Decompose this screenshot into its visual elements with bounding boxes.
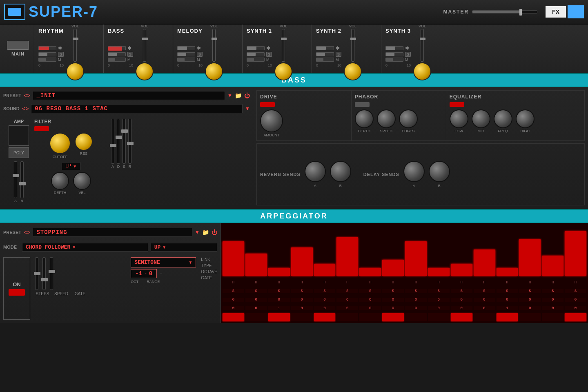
seq-gate-2[interactable] bbox=[268, 313, 290, 321]
seq-header-10[interactable]: H bbox=[451, 279, 472, 286]
seq-header-15[interactable]: H bbox=[565, 279, 586, 286]
drive-led[interactable] bbox=[260, 102, 275, 107]
seq-type-8[interactable]: S bbox=[405, 289, 427, 293]
seq-gate-0[interactable] bbox=[223, 313, 244, 321]
filter-mode-dropdown[interactable]: LP ▼ bbox=[62, 162, 80, 170]
seq-type-9[interactable]: S bbox=[428, 289, 450, 293]
seq-gate-13[interactable] bbox=[519, 313, 541, 321]
seq-header-14[interactable]: H bbox=[542, 279, 564, 286]
seq-gate-11[interactable] bbox=[474, 313, 495, 321]
seq-gate-8[interactable] bbox=[405, 313, 427, 321]
arp-power-btn[interactable]: ⏻ bbox=[212, 229, 217, 236]
seq-oct-1[interactable]: 0 bbox=[245, 298, 267, 302]
seq-gate-4[interactable] bbox=[314, 313, 336, 321]
seq-col-14[interactable] bbox=[542, 256, 564, 276]
chord-follower-dropdown[interactable]: CHORD FOLLOWER ▼ bbox=[22, 243, 148, 252]
seq-gate-5[interactable] bbox=[336, 313, 358, 321]
seq-octave-7[interactable]: 0 bbox=[382, 306, 404, 310]
seq-header-5[interactable]: H bbox=[336, 279, 358, 286]
seq-gate-14[interactable] bbox=[542, 313, 564, 321]
bass-vol-slider[interactable] bbox=[143, 29, 146, 62]
synth3-vol-slider[interactable] bbox=[421, 29, 424, 62]
seq-type-5[interactable]: S bbox=[336, 289, 358, 293]
seq-octave-0[interactable]: 0 bbox=[223, 306, 244, 310]
seq-oct-7[interactable]: 0 bbox=[382, 298, 404, 302]
seq-octave-6[interactable]: 0 bbox=[359, 306, 381, 310]
seq-oct-3[interactable]: 0 bbox=[291, 298, 313, 302]
seq-header-4[interactable]: H bbox=[314, 279, 336, 286]
direction-dropdown[interactable]: UP ▼ bbox=[151, 243, 217, 252]
rhythm-vol-knob[interactable] bbox=[66, 62, 84, 80]
seq-gate-9[interactable] bbox=[428, 313, 450, 321]
seq-header-6[interactable]: H bbox=[359, 279, 381, 286]
seq-type-11[interactable]: S bbox=[474, 289, 495, 293]
filter-depth-knob[interactable] bbox=[51, 172, 69, 190]
seq-header-13[interactable]: H bbox=[519, 279, 541, 286]
seq-octave-1[interactable]: 0 bbox=[245, 306, 267, 310]
seq-oct-8[interactable]: 0 bbox=[405, 298, 427, 302]
sound-dropdown-btn[interactable]: ▼ bbox=[245, 106, 250, 111]
phasor-led[interactable] bbox=[355, 102, 370, 107]
seq-gate-7[interactable] bbox=[382, 313, 404, 321]
arp-preset-dropdown-btn[interactable]: ▼ bbox=[195, 229, 200, 235]
seq-type-10[interactable]: S bbox=[451, 289, 472, 293]
seq-gate-10[interactable] bbox=[451, 313, 472, 321]
seq-octave-2[interactable]: 1 bbox=[268, 306, 290, 310]
synth2-vol-knob[interactable] bbox=[344, 62, 362, 80]
drive-amount-knob[interactable] bbox=[260, 109, 283, 132]
seq-header-12[interactable]: H bbox=[497, 279, 518, 286]
synth1-vol-slider[interactable] bbox=[282, 29, 285, 62]
seq-header-9[interactable]: H bbox=[428, 279, 450, 286]
seq-oct-10[interactable]: 0 bbox=[451, 298, 472, 302]
seq-type-13[interactable]: S bbox=[519, 289, 541, 293]
seq-type-15[interactable]: S bbox=[565, 289, 586, 293]
seq-header-11[interactable]: H bbox=[474, 279, 495, 286]
seq-type-1[interactable]: S bbox=[245, 289, 267, 293]
seq-oct-5[interactable]: 0 bbox=[336, 298, 358, 302]
seq-type-14[interactable]: S bbox=[542, 289, 564, 293]
seq-oct-4[interactable]: 0 bbox=[314, 298, 336, 302]
seq-header-7[interactable]: H bbox=[382, 279, 404, 286]
seq-octave-9[interactable]: 0 bbox=[428, 306, 450, 310]
eq-freq-knob[interactable] bbox=[494, 109, 512, 128]
synth3-vol-knob[interactable] bbox=[413, 62, 431, 80]
seq-oct-15[interactable]: 0 bbox=[565, 298, 586, 302]
seq-octave-14[interactable]: 0 bbox=[542, 306, 564, 310]
seq-oct-13[interactable]: 0 bbox=[519, 298, 541, 302]
seq-octave-8[interactable]: 0 bbox=[405, 306, 427, 310]
seq-col-13[interactable] bbox=[519, 239, 541, 276]
seq-type-3[interactable]: S bbox=[291, 289, 313, 293]
seq-type-2[interactable]: S bbox=[268, 289, 290, 293]
delay-b-knob[interactable] bbox=[429, 161, 450, 182]
eq-mid-knob[interactable] bbox=[472, 109, 490, 128]
poly-button[interactable]: POLY bbox=[9, 147, 29, 158]
seq-oct-0[interactable]: 0 bbox=[223, 298, 244, 302]
seq-gate-12[interactable] bbox=[497, 313, 518, 321]
seq-header-1[interactable]: H bbox=[245, 279, 267, 286]
rhythm-vol-slider[interactable] bbox=[74, 29, 77, 62]
sound-prev-btn[interactable]: <> bbox=[22, 105, 29, 112]
eq-low-knob[interactable] bbox=[450, 109, 468, 128]
seq-gate-6[interactable] bbox=[359, 313, 381, 321]
seq-octave-11[interactable]: 0 bbox=[474, 306, 495, 310]
arp-folder-btn[interactable]: 📁 bbox=[202, 229, 209, 236]
seq-col-7[interactable] bbox=[382, 260, 404, 276]
seq-col-2[interactable] bbox=[268, 268, 290, 276]
delay-a-knob[interactable] bbox=[403, 161, 425, 182]
main-button[interactable] bbox=[7, 41, 29, 50]
seq-oct-14[interactable]: 0 bbox=[542, 298, 564, 302]
seq-header-0[interactable]: H bbox=[223, 279, 244, 286]
seq-type-0[interactable]: S bbox=[223, 289, 244, 293]
cutoff-knob[interactable] bbox=[49, 133, 71, 154]
seq-col-10[interactable] bbox=[451, 264, 472, 276]
preset-power-btn[interactable]: ⏻ bbox=[244, 92, 250, 99]
seq-col-6[interactable] bbox=[359, 268, 381, 276]
fx-button[interactable]: FX bbox=[546, 6, 566, 18]
reverb-a-knob[interactable] bbox=[305, 161, 326, 182]
seq-header-2[interactable]: H bbox=[268, 279, 290, 286]
filter-vel-knob[interactable] bbox=[73, 172, 91, 190]
fx-toggle[interactable] bbox=[568, 5, 584, 18]
seq-col-3[interactable] bbox=[291, 247, 313, 276]
seq-col-11[interactable] bbox=[474, 249, 495, 276]
seq-octave-10[interactable]: 0 bbox=[451, 306, 472, 310]
